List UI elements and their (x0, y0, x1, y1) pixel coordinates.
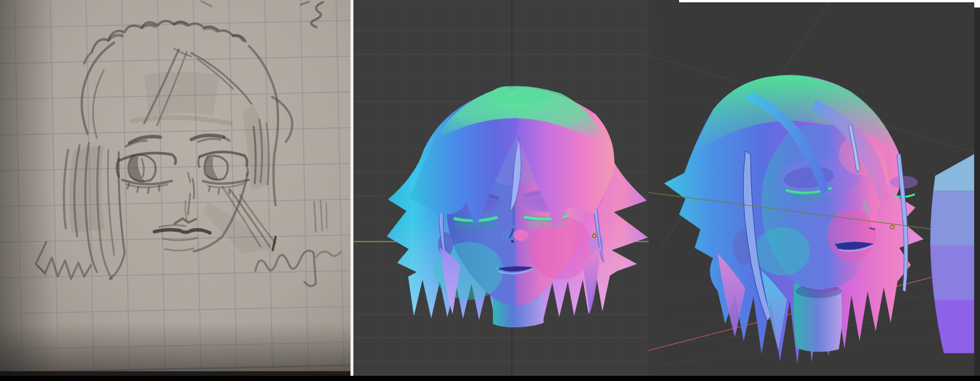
viewport-perspective-panel[interactable] (649, 0, 974, 376)
top-white-bar (679, 0, 980, 2)
photo-bottom-edge (0, 371, 350, 376)
bottom-black-bar (0, 376, 980, 381)
top-white-bar-corner (974, 0, 980, 7)
photo-vignette-bottom (0, 0, 350, 376)
viewport-front-panel[interactable] (353, 0, 649, 376)
jaw-cyan-glow (755, 227, 810, 276)
object-origin-icon[interactable] (593, 234, 596, 237)
object-origin-icon[interactable] (891, 225, 894, 229)
sketch-photo-panel (0, 0, 350, 376)
screenshot-root (0, 0, 980, 381)
right-edge-strip (974, 7, 980, 381)
